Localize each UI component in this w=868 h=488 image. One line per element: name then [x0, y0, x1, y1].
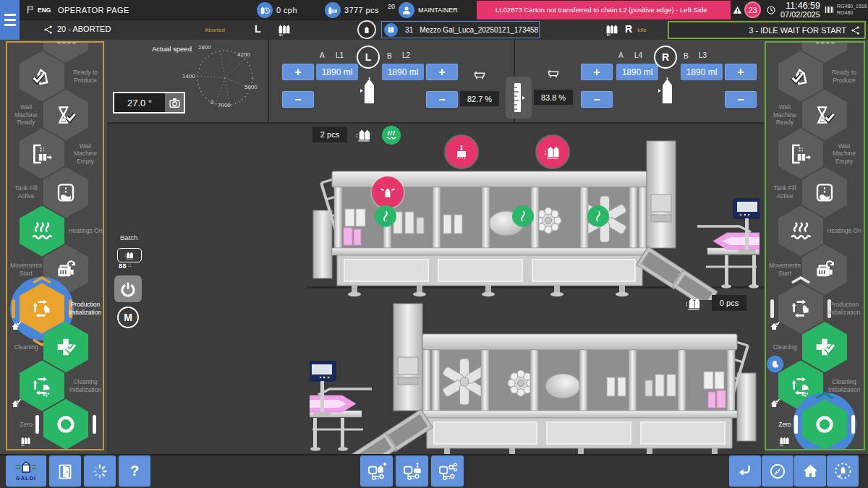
step-label-wait-machine-empty: Wait Machine Empty: [68, 142, 103, 166]
step-production-initialization[interactable]: [778, 283, 823, 334]
twin-cartons-icon: [122, 250, 137, 260]
step-wait-machine-empty[interactable]: [20, 129, 64, 179]
speed-panel: Actual speed 0 1400 2800 4200 5600 7000 …: [107, 40, 268, 123]
step-ready-to-produce[interactable]: [778, 51, 823, 102]
side-r-indicator: R: [654, 46, 677, 69]
user-name: MAINTAINER: [418, 7, 458, 14]
volume-a-decrease-button[interactable]: −: [581, 91, 613, 108]
cartons-icon: [18, 435, 33, 447]
recipe-selector[interactable]: 31 Mezzo Gal_Luca_20250121_173458: [381, 21, 540, 38]
forming-machine-button[interactable]: [360, 455, 393, 487]
exit-button[interactable]: [49, 455, 81, 487]
step-cleaning-initialization[interactable]: [20, 361, 64, 411]
group-a-label: A: [618, 51, 624, 59]
step-wait-machine-ready[interactable]: [802, 90, 847, 140]
machine-status: 20 - ABORTED: [57, 25, 111, 33]
station-alarm-badge[interactable]: [446, 136, 477, 168]
level-ruler-button[interactable]: [506, 77, 532, 119]
selector-button[interactable]: [827, 455, 859, 487]
left-side-letter: L: [255, 23, 261, 35]
step-movements-start[interactable]: [802, 244, 847, 295]
step-label-production-initialization: Production Initialization: [68, 296, 103, 321]
movements-icon: [813, 258, 836, 281]
step-label-running: Running: [767, 41, 802, 50]
carton-check-icon: [30, 65, 54, 88]
branch-icon: [43, 25, 54, 35]
phase-status-box[interactable]: 3 - IDLE WAIT FOR START: [668, 21, 866, 39]
camera-button[interactable]: [165, 93, 184, 112]
step-side-bar: [770, 299, 774, 318]
step-heatings-on[interactable]: [20, 206, 64, 257]
busy-button[interactable]: [84, 455, 116, 487]
user-icon[interactable]: [399, 2, 414, 18]
step-label-cleaning-initialization: Cleaning Initialization: [68, 374, 103, 398]
production-rate: 0 cph: [276, 6, 297, 14]
language-label[interactable]: ENG: [38, 7, 51, 14]
night-mode-icon[interactable]: [767, 356, 783, 372]
volume-a-increase-button[interactable]: +: [581, 64, 613, 80]
lane-a-label: L1: [336, 51, 344, 59]
volume-b-decrease-button[interactable]: −: [426, 91, 458, 108]
batch-counter-button[interactable]: [117, 248, 142, 262]
home-button[interactable]: [794, 455, 826, 487]
station-status-badge[interactable]: [512, 205, 534, 227]
step-label-wait-machine-empty: Wait Machine Empty: [827, 142, 861, 166]
step-cleaning[interactable]: [802, 322, 847, 372]
rate-icon: [257, 2, 273, 18]
station-status-badge[interactable]: [375, 205, 396, 227]
step-heatings-on[interactable]: [778, 206, 823, 257]
step-label-cleaning: Cleaning: [9, 335, 43, 359]
group-b-label: B: [387, 52, 392, 60]
station-alarm-badge[interactable]: [537, 136, 569, 168]
volume-a-increase-button[interactable]: +: [282, 64, 314, 80]
station-alarm-badge[interactable]: [372, 176, 404, 208]
help-button[interactable]: ?: [119, 455, 150, 487]
step-ready-to-produce[interactable]: [20, 51, 64, 102]
step-tank-fill-active[interactable]: [802, 167, 847, 218]
step-tank-fill-active[interactable]: [43, 167, 88, 218]
carton-toggle-button[interactable]: [357, 20, 376, 39]
station-status-badge[interactable]: [587, 205, 609, 227]
heating-on-indicator[interactable]: [382, 126, 401, 145]
line-piece-count: 2 pcs: [312, 127, 347, 142]
side-l-indicator: L: [357, 46, 380, 69]
gauge-tick: 1400: [182, 73, 195, 80]
group-b-label: B: [684, 52, 689, 60]
lane-b-label: L3: [699, 51, 707, 59]
movements-icon: [54, 258, 77, 281]
step-label-running: Running: [9, 41, 43, 50]
tank-level-value: 83.8 %: [534, 90, 573, 105]
back-button[interactable]: [729, 455, 761, 487]
volume-b-increase-button[interactable]: +: [725, 64, 757, 80]
manual-mode-button[interactable]: M: [117, 307, 139, 328]
alarm-count-badge[interactable]: 23: [744, 1, 761, 18]
batch-counter-value: 88 ::: [119, 262, 132, 270]
cartons-icon: [777, 435, 792, 447]
brand-button[interactable]: GALDI: [6, 455, 46, 487]
volume-a-value[interactable]: 1890 ml: [616, 64, 658, 80]
step-label-ready-to-produce: Ready to Produce: [827, 64, 861, 89]
navigate-button[interactable]: [762, 455, 793, 487]
volume-a-value[interactable]: 1890 ml: [316, 64, 358, 80]
volume-a-decrease-button[interactable]: −: [282, 91, 314, 108]
home-check-icon: [769, 320, 781, 332]
volume-b-decrease-button[interactable]: −: [725, 91, 757, 108]
language-flag-icon[interactable]: [26, 5, 35, 14]
power-button[interactable]: [114, 275, 142, 302]
volume-b-increase-button[interactable]: +: [426, 64, 458, 80]
filling-machine-button[interactable]: [396, 455, 428, 487]
volume-b-value[interactable]: 1890 ml: [382, 64, 424, 80]
step-wait-machine-empty[interactable]: [778, 129, 823, 179]
step-wait-machine-ready[interactable]: [43, 90, 88, 140]
menu-button[interactable]: [0, 0, 20, 40]
piece-count: 3777 pcs: [344, 6, 379, 14]
cip-machine-button[interactable]: [431, 455, 464, 487]
machine-illustration: [310, 302, 760, 463]
ruler-icon: [511, 82, 526, 114]
machine-empty-icon: [789, 142, 812, 166]
twin-cartons-icon: [681, 295, 706, 312]
volume-b-value[interactable]: 1890 ml: [681, 64, 723, 80]
step-zero[interactable]: [43, 399, 88, 450]
alarm-banner[interactable]: LL02873 Carton not transferred to chain …: [477, 1, 731, 20]
gauge-tick: 7000: [218, 102, 231, 108]
